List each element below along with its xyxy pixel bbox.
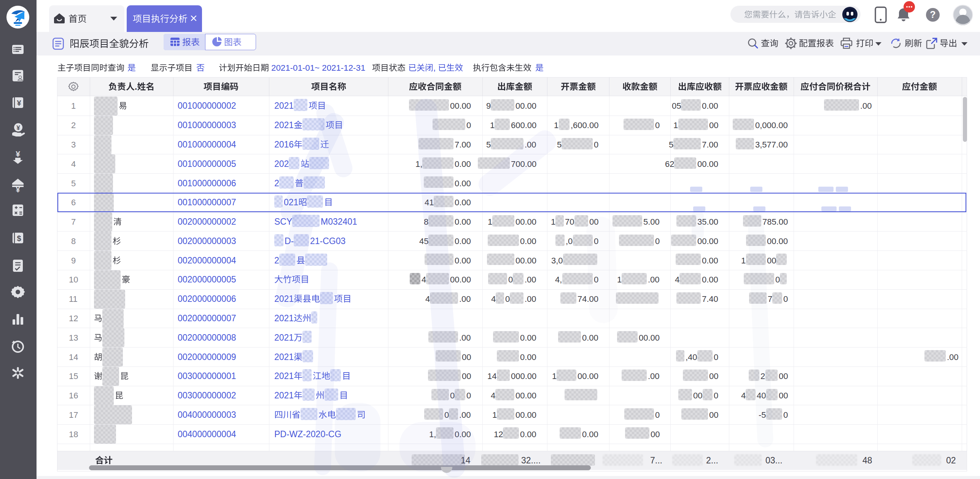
svg-text:7.40: 7.40 [702, 294, 718, 304]
svg-text:2021: 2021 [274, 390, 294, 400]
svg-text:9: 9 [71, 256, 76, 265]
svg-text:7.00: 7.00 [702, 140, 718, 149]
svg-text:17: 17 [69, 410, 78, 420]
svg-text:2021: 2021 [274, 333, 294, 343]
svg-text:.00: .00 [525, 275, 536, 284]
svg-text:00.00: 00.00 [515, 217, 536, 227]
svg-text:¥: ¥ [16, 186, 20, 193]
svg-text:00.00: 00.00 [515, 391, 536, 400]
svg-text:00.00: 00.00 [515, 101, 536, 111]
svg-text:004000000003: 004000000003 [178, 410, 236, 420]
svg-text:0: 0 [655, 121, 660, 130]
svg-text:0,000.00: 0,000.00 [755, 121, 788, 130]
svg-text:2016: 2016 [274, 140, 294, 149]
svg-text:202: 202 [274, 159, 289, 169]
svg-text:0.00: 0.00 [702, 256, 718, 265]
svg-text:002000000008: 002000000008 [178, 333, 236, 343]
svg-text:002000000005: 002000000005 [178, 274, 236, 284]
svg-text:4: 4 [491, 294, 496, 304]
svg-text:21-CG03: 21-CG03 [310, 236, 345, 246]
svg-text:4: 4 [422, 275, 426, 284]
svg-text:15: 15 [69, 371, 78, 381]
svg-text:00.00: 00.00 [697, 159, 718, 169]
svg-text:7.00: 7.00 [455, 140, 471, 149]
svg-text:13: 13 [69, 333, 78, 343]
svg-text:4,: 4, [555, 275, 562, 284]
svg-text:7...: 7... [650, 455, 662, 465]
svg-text:M032401: M032401 [321, 217, 357, 227]
svg-text:0: 0 [466, 121, 471, 130]
svg-text:0.00: 0.00 [455, 217, 471, 227]
svg-text:0: 0 [466, 391, 471, 400]
svg-text:.00: .00 [459, 294, 471, 304]
svg-text:002000000009: 002000000009 [178, 352, 236, 362]
svg-text:001000000005: 001000000005 [178, 159, 236, 169]
svg-text:002000000004: 002000000004 [178, 255, 236, 265]
svg-text:¥: ¥ [16, 149, 20, 158]
svg-text:1: 1 [71, 101, 76, 111]
svg-text:.00: .00 [525, 294, 536, 304]
svg-text:00: 00 [709, 371, 718, 381]
svg-text:0.00: 0.00 [702, 101, 718, 111]
svg-text:2021: 2021 [274, 352, 294, 362]
svg-text:8: 8 [71, 236, 76, 246]
svg-text:.00: .00 [860, 101, 872, 111]
svg-text:16: 16 [69, 391, 78, 400]
svg-text:05: 05 [672, 101, 681, 111]
svg-text:003000000002: 003000000002 [178, 390, 236, 400]
svg-text:10: 10 [69, 275, 78, 284]
svg-text:0.00: 0.00 [455, 179, 471, 188]
svg-text:0.00: 0.00 [582, 430, 598, 439]
svg-text:7: 7 [71, 217, 76, 227]
svg-text:1: 1 [490, 121, 495, 130]
svg-text:00.00: 00.00 [515, 410, 536, 420]
svg-text:0.00: 0.00 [520, 352, 536, 362]
svg-text:11: 11 [69, 294, 78, 304]
svg-text:0.00: 0.00 [702, 275, 718, 284]
svg-text:00.00: 00.00 [450, 101, 471, 111]
svg-text:2021: 2021 [274, 101, 294, 111]
svg-text:4: 4 [741, 391, 746, 400]
svg-text:1: 1 [554, 121, 558, 130]
svg-text:600.00: 600.00 [511, 121, 536, 130]
svg-text:1: 1 [488, 217, 492, 227]
svg-text:1: 1 [551, 217, 555, 227]
svg-text:7: 7 [768, 294, 772, 304]
svg-text:2021: 2021 [274, 371, 294, 381]
svg-text:00.00: 00.00 [767, 236, 788, 246]
svg-text:2: 2 [274, 255, 279, 265]
svg-text:02: 02 [946, 455, 956, 465]
svg-text:00: 00 [709, 121, 718, 130]
svg-text:0.00: 0.00 [582, 333, 598, 343]
svg-text:00: 00 [462, 352, 471, 362]
svg-text:12: 12 [69, 314, 78, 323]
svg-text:1: 1 [617, 275, 622, 284]
svg-text:4: 4 [675, 275, 679, 284]
svg-text:0: 0 [714, 352, 718, 362]
svg-text:3,0: 3,0 [551, 256, 563, 265]
svg-text:002000000007: 002000000007 [178, 313, 236, 323]
svg-text:62: 62 [665, 159, 674, 169]
svg-text:0: 0 [655, 236, 660, 246]
svg-text:0.00: 0.00 [520, 430, 536, 439]
svg-text:1: 1 [492, 410, 497, 420]
svg-text:¥: ¥ [16, 124, 20, 132]
svg-text:4: 4 [71, 159, 76, 169]
svg-text:00: 00 [651, 430, 660, 439]
svg-text:002000000002: 002000000002 [178, 217, 236, 227]
svg-text:0: 0 [783, 294, 788, 304]
svg-text:001000000003: 001000000003 [178, 120, 236, 130]
svg-text:00: 00 [779, 371, 788, 381]
svg-text:12: 12 [494, 430, 503, 439]
svg-text:0: 0 [775, 275, 780, 284]
svg-text:5: 5 [486, 140, 491, 149]
svg-text:.: . [135, 82, 137, 92]
svg-text:2: 2 [274, 178, 279, 188]
svg-text:5: 5 [71, 179, 76, 188]
svg-text:03...: 03... [765, 455, 783, 465]
svg-text:0: 0 [508, 275, 513, 284]
svg-text:001000000006: 001000000006 [178, 178, 236, 188]
svg-text:?: ? [930, 9, 935, 20]
svg-text:.00: .00 [648, 371, 660, 381]
svg-text:14: 14 [69, 352, 78, 362]
